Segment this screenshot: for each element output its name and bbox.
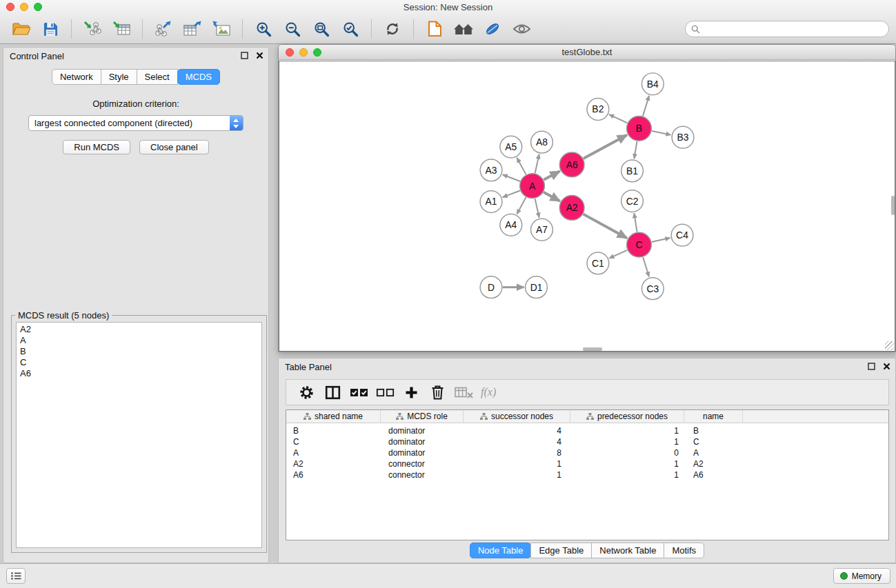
graph-edge-A6-B[interactable] [584, 135, 627, 159]
zoom-out-button[interactable] [280, 18, 305, 40]
graph-node-B3[interactable]: B3 [672, 126, 694, 148]
graph-edge-A-A2[interactable] [544, 192, 560, 201]
horizontal-scrollbar-thumb[interactable] [583, 347, 602, 351]
network-canvas[interactable]: B4B2BB3A5A8A6B1A3AC2A1A2A4A7C4CC1C3DD1 [279, 61, 895, 352]
close-panel-button[interactable]: Close panel [139, 140, 209, 154]
import-table-button[interactable] [109, 18, 134, 40]
graph-node-A5[interactable]: A5 [500, 136, 522, 158]
column-header-predecessor-nodes[interactable]: predecessor nodes [570, 410, 684, 423]
graph-edge-A-A5[interactable] [517, 158, 526, 174]
zoom-in-button[interactable] [251, 18, 276, 40]
show-columns-button[interactable] [319, 382, 346, 403]
graph-edge-B-B1[interactable] [634, 141, 637, 159]
graph-edge-A-A1[interactable] [503, 190, 520, 197]
tab-edge-table[interactable]: Edge Table [530, 543, 592, 558]
tab-style[interactable]: Style [101, 69, 137, 85]
close-panel-icon[interactable] [883, 363, 890, 370]
refresh-layout-button[interactable] [380, 18, 405, 40]
graph-node-C4[interactable]: C4 [671, 224, 693, 246]
graph-edge-C-C2[interactable] [634, 213, 637, 232]
tab-mcds[interactable]: MCDS [177, 69, 220, 85]
save-session-button[interactable] [38, 18, 63, 40]
graph-edge-B-B4[interactable] [643, 96, 649, 116]
graph-node-A2[interactable]: A2 [559, 196, 584, 221]
mcds-result-item[interactable]: A [20, 335, 258, 346]
graph-edge-A-A7[interactable] [535, 199, 539, 218]
mcds-result-item[interactable]: A2 [20, 324, 258, 335]
graph-node-D1[interactable]: D1 [526, 276, 548, 298]
graph-edge-C-C1[interactable] [609, 250, 627, 258]
graph-node-B[interactable]: B [627, 116, 652, 141]
node-table[interactable]: shared name MCDS role successor nodes pr… [286, 409, 889, 540]
graph-edge-C-C4[interactable] [652, 238, 670, 242]
graph-node-A7[interactable]: A7 [531, 219, 553, 241]
table-row[interactable]: Adominator80A [286, 447, 888, 458]
mcds-result-list[interactable]: A2ABCA6 [16, 322, 262, 548]
network-overview-button[interactable] [451, 18, 476, 40]
graph-node-B4[interactable]: B4 [641, 73, 664, 95]
graph-node-B2[interactable]: B2 [587, 99, 609, 121]
graph-node-A1[interactable]: A1 [480, 191, 502, 213]
graph-edge-A2-C[interactable] [584, 214, 627, 239]
graph-node-C3[interactable]: C3 [641, 278, 664, 300]
graph-edge-A-A4[interactable] [517, 197, 526, 214]
annotation-button[interactable] [480, 18, 505, 40]
column-header-mcds-role[interactable]: MCDS role [381, 410, 464, 423]
tab-network[interactable]: Network [52, 69, 101, 85]
tab-node-table[interactable]: Node Table [470, 543, 532, 558]
export-image-button[interactable] [209, 18, 234, 40]
graph-node-A8[interactable]: A8 [531, 131, 553, 153]
delete-table-button[interactable] [450, 382, 477, 403]
visibility-button[interactable] [509, 18, 534, 40]
search-field[interactable] [685, 21, 889, 37]
close-window-button[interactable] [6, 3, 14, 11]
graph-node-D[interactable]: D [480, 276, 502, 298]
memory-button[interactable]: Memory [833, 568, 890, 584]
table-row[interactable]: Bdominator41B [286, 425, 888, 436]
search-input[interactable] [704, 22, 888, 36]
function-builder-button[interactable]: f(x) [481, 386, 496, 398]
select-all-button[interactable] [346, 382, 372, 403]
graph-edge-C-C3[interactable] [643, 257, 649, 276]
delete-column-button[interactable] [424, 382, 450, 403]
deselect-all-button[interactable] [372, 382, 398, 403]
run-mcds-button[interactable]: Run MCDS [63, 140, 130, 154]
column-header-name[interactable]: name [684, 410, 743, 423]
graph-edge-A-A6[interactable] [544, 171, 559, 180]
vertical-scrollbar-thumb[interactable] [891, 196, 895, 215]
mcds-result-item[interactable]: C [20, 357, 258, 368]
graph-node-C1[interactable]: C1 [587, 252, 609, 274]
table-row[interactable]: A6connector11A6 [286, 469, 888, 480]
float-panel-icon[interactable] [241, 52, 248, 59]
zoom-fit-button[interactable] [309, 18, 334, 40]
resize-grip[interactable] [885, 341, 894, 350]
table-row[interactable]: Cdominator41C [286, 436, 888, 447]
column-header-successor-nodes[interactable]: successor nodes [464, 410, 570, 423]
add-column-button[interactable] [398, 382, 424, 403]
graph-edge-B-B2[interactable] [609, 114, 627, 123]
graph-edge-B-B3[interactable] [652, 131, 671, 135]
graph-edge-A-A8[interactable] [535, 154, 539, 174]
export-table-button[interactable] [180, 18, 205, 40]
close-panel-icon[interactable] [256, 52, 263, 59]
table-settings-button[interactable] [293, 382, 319, 403]
tab-motifs[interactable]: Motifs [664, 543, 704, 558]
zoom-selected-button[interactable] [338, 18, 363, 40]
column-header-shared-name[interactable]: shared name [286, 410, 381, 423]
float-panel-icon[interactable] [868, 363, 875, 370]
tab-network-table[interactable]: Network Table [591, 543, 664, 558]
graph-edge-A-A3[interactable] [503, 174, 520, 181]
mcds-result-item[interactable]: A6 [20, 368, 258, 379]
graph-node-C[interactable]: C [627, 232, 652, 257]
snapshot-button[interactable] [422, 18, 447, 40]
graph-node-A6[interactable]: A6 [559, 152, 584, 177]
network-zoom-button[interactable] [313, 48, 321, 57]
graph-node-B1[interactable]: B1 [621, 160, 644, 182]
open-session-button[interactable] [9, 18, 34, 40]
graph-node-A[interactable]: A [520, 174, 545, 199]
graph-node-A4[interactable]: A4 [500, 214, 522, 236]
criterion-dropdown[interactable]: largest connected component (directed) [28, 115, 243, 131]
import-network-button[interactable] [80, 18, 105, 40]
table-row[interactable]: A2connector11A2 [286, 458, 888, 469]
mcds-result-item[interactable]: B [20, 346, 258, 357]
